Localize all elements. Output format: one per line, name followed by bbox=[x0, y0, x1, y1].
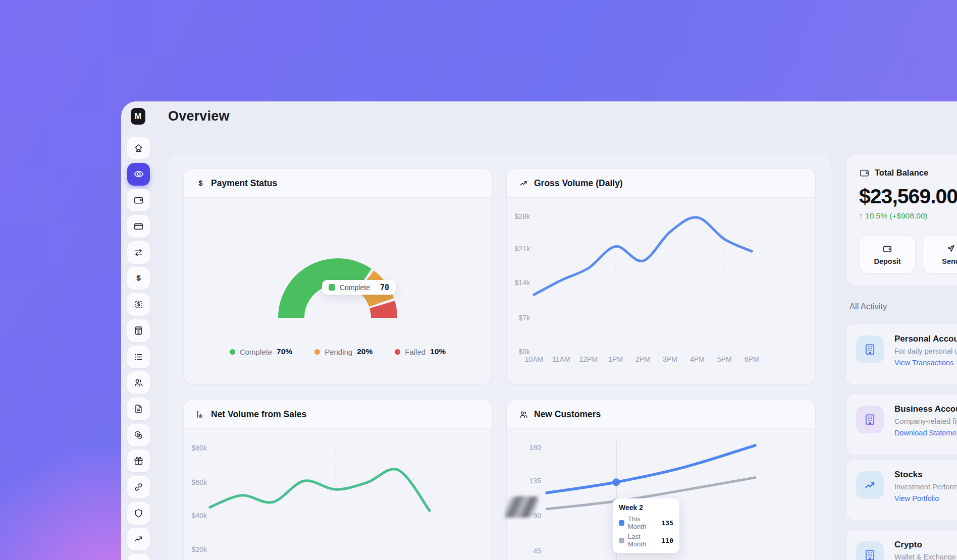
gauge-tooltip: Complete 70 bbox=[322, 280, 396, 295]
activity-text: Business Account Company-related finance… bbox=[894, 404, 957, 444]
sidebar-item-wallet[interactable] bbox=[127, 189, 150, 211]
icon-tile bbox=[856, 406, 884, 433]
sidebar-item-calculator[interactable] bbox=[127, 319, 150, 342]
sidebar-item-devices[interactable] bbox=[127, 554, 150, 560]
wallet-icon bbox=[859, 167, 870, 178]
activity-subtitle: Wallet & Exchange bbox=[894, 553, 956, 560]
tooltip-row-this-month: This Month 135 bbox=[619, 515, 673, 530]
tooltip-value: 135 bbox=[662, 519, 673, 527]
receipt-dollar-icon: $ bbox=[133, 299, 144, 310]
tooltip-value: 110 bbox=[662, 537, 673, 544]
activity-subtitle: Investment Performance bbox=[894, 483, 957, 491]
deposit-label: Deposit bbox=[874, 257, 900, 265]
trend-up-icon bbox=[864, 479, 877, 492]
trend-up-icon bbox=[133, 534, 144, 544]
balance-actions: Deposit Send bbox=[859, 235, 957, 273]
dollar-icon: $ bbox=[133, 273, 144, 284]
net-volume-card: Net Volume from Sales $80k$60k$40k$20k bbox=[183, 400, 492, 560]
legend-item-pending: Pending 20% bbox=[314, 347, 373, 356]
calculator-icon bbox=[133, 325, 144, 336]
send-label: Send bbox=[942, 257, 957, 265]
activity-text: Personal Account For daily personal use … bbox=[894, 334, 957, 374]
new-customers-header: New Customers bbox=[507, 400, 815, 429]
desktop-background: { "app": { "logo_letter": "M", "title": … bbox=[0, 0, 957, 560]
view-transactions-link[interactable]: View Transactions bbox=[894, 359, 957, 367]
dollar-icon: $ bbox=[196, 179, 205, 188]
coins-icon: 1 bbox=[133, 430, 144, 440]
gross-volume-card: Gross Volume (Daily) $28k$21k$14k$7k$0k … bbox=[506, 169, 816, 384]
sidebar-item-rewards[interactable] bbox=[127, 450, 150, 472]
svg-text:$: $ bbox=[137, 302, 140, 307]
trend-up-icon bbox=[519, 179, 528, 188]
sidebar-item-lists[interactable] bbox=[127, 346, 150, 368]
legend-label: Pending bbox=[325, 348, 352, 356]
bar-chart-icon bbox=[196, 410, 205, 419]
activity-title: Personal Account bbox=[894, 334, 957, 344]
tooltip-title: Week 2 bbox=[619, 503, 673, 512]
home-icon bbox=[133, 143, 144, 153]
net-volume-body: $80k$60k$40k$20k bbox=[184, 429, 492, 560]
app-logo[interactable]: M bbox=[131, 108, 145, 125]
activity-item-stocks[interactable]: Stocks Investment Performance View Portf… bbox=[845, 459, 957, 521]
eye-icon bbox=[133, 169, 144, 180]
legend-value: 70% bbox=[277, 347, 292, 356]
card-title: New Customers bbox=[534, 409, 601, 420]
download-statements-link[interactable]: Download Statements bbox=[894, 429, 957, 437]
link-icon bbox=[133, 482, 144, 492]
send-button[interactable]: Send bbox=[923, 235, 957, 273]
activity-text: Stocks Investment Performance View Portf… bbox=[894, 470, 957, 510]
legend-label: Complete bbox=[240, 348, 272, 356]
card-title: Gross Volume (Daily) bbox=[534, 178, 623, 189]
gross-volume-line-chart[interactable] bbox=[507, 198, 816, 384]
highlight-dot-this-month bbox=[612, 478, 620, 486]
activity-item-personal-account[interactable]: Personal Account For daily personal use … bbox=[845, 323, 957, 385]
activity-item-crypto[interactable]: Crypto Wallet & Exchange bbox=[845, 529, 957, 560]
tooltip-label: Last Month bbox=[628, 533, 658, 548]
sidebar-item-overview[interactable] bbox=[127, 163, 150, 186]
legend-dot bbox=[230, 349, 235, 355]
total-balance-label: Total Balance bbox=[875, 168, 928, 178]
dashboard-panel: $ Payment Status Complete 70 Complete 70… bbox=[168, 154, 831, 560]
sidebar-item-transfers[interactable] bbox=[127, 241, 150, 264]
app-window: M Overview $ $ bbox=[121, 101, 957, 560]
sidebar: $ $ 1 bbox=[127, 137, 150, 560]
sidebar-item-invoices[interactable]: $ bbox=[127, 293, 150, 316]
sidebar-item-coins[interactable]: 1 bbox=[127, 424, 150, 446]
sidebar-item-card[interactable] bbox=[127, 215, 150, 238]
activity-item-business-account[interactable]: Business Account Company-related finance… bbox=[845, 394, 957, 455]
new-customers-body: 1801359045 Week 2 This Month 135 Last Mo… bbox=[507, 429, 815, 560]
legend-item-complete: Complete 70% bbox=[230, 347, 292, 356]
all-activity-heading: All Activity bbox=[849, 302, 887, 311]
sidebar-item-trends[interactable] bbox=[127, 528, 150, 550]
sidebar-item-customers[interactable] bbox=[127, 371, 150, 394]
sidebar-item-payments[interactable]: $ bbox=[127, 267, 150, 290]
wallet-icon bbox=[882, 244, 892, 254]
wallet-icon bbox=[133, 195, 144, 205]
building-icon bbox=[863, 413, 877, 426]
total-balance-card: Total Balance $23,569.00 ↑ 10.5% (+$908.… bbox=[845, 154, 957, 286]
sidebar-item-security[interactable] bbox=[127, 502, 150, 525]
tooltip-swatch bbox=[329, 284, 335, 291]
card-title: Net Volume from Sales bbox=[211, 409, 306, 420]
view-portfolio-link[interactable]: View Portfolio bbox=[894, 494, 957, 502]
deposit-button[interactable]: Deposit bbox=[859, 235, 916, 273]
icon-tile bbox=[856, 335, 884, 363]
gift-icon bbox=[133, 456, 144, 466]
sidebar-item-documents[interactable] bbox=[127, 398, 150, 420]
icon-tile bbox=[856, 471, 884, 499]
sidebar-item-home[interactable] bbox=[127, 137, 150, 159]
gross-volume-header: Gross Volume (Daily) bbox=[507, 169, 815, 198]
legend-value: 20% bbox=[357, 347, 373, 356]
net-volume-line-chart[interactable] bbox=[184, 429, 492, 560]
week-tooltip: Week 2 This Month 135 Last Month 110 bbox=[613, 498, 679, 553]
users-icon bbox=[133, 377, 144, 388]
page-title: Overview bbox=[168, 108, 230, 124]
cursor-motion-blur bbox=[503, 496, 540, 518]
legend-dot bbox=[395, 349, 400, 355]
activity-title: Crypto bbox=[894, 540, 956, 550]
credit-card-icon bbox=[133, 221, 144, 232]
line-series-net-volume bbox=[210, 469, 430, 511]
sidebar-item-links[interactable] bbox=[127, 476, 150, 498]
payment-status-header: $ Payment Status bbox=[184, 169, 492, 198]
app-logo-letter: M bbox=[135, 112, 141, 121]
